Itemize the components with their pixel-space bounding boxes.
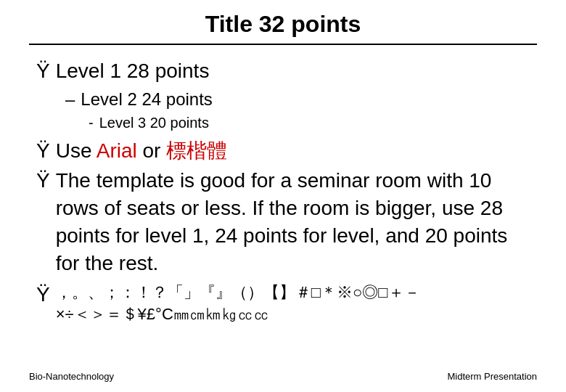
l1-text: Level 1 28 points (56, 58, 210, 84)
footer-left: Bio-Nanotechnology (29, 371, 114, 382)
template-text: The template is good for a seminar room … (56, 167, 530, 277)
symbols-line2: ×÷＜＞＝＄¥£°C㎜㎝㎞㎏㏄㏄ (56, 305, 269, 323)
bullet-symbol-l2: – (65, 88, 75, 110)
use-bullet-symbol: Ÿ (36, 138, 50, 164)
title-section: Title 32 points (29, 10, 537, 45)
footer: Bio-Nanotechnology Midterm Presentation (29, 371, 537, 382)
use-static-prefix: Use Arial or 標楷體 (56, 138, 228, 164)
bullet-symbol-l1: Ÿ (36, 58, 50, 84)
template-bullet-symbol: Ÿ (36, 167, 50, 195)
chinese-text: 標楷體 (166, 139, 227, 162)
arial-text: Arial (97, 139, 137, 162)
symbols-line1: ，。、；：！？「」『』（）【】＃□＊※○◎□＋－ (56, 283, 420, 301)
l3-text: Level 3 20 points (99, 113, 209, 132)
content-area: Ÿ Level 1 28 points – Level 2 24 points … (29, 58, 537, 326)
use-or: or (137, 139, 166, 162)
bullet-symbol-l3: - (89, 113, 94, 132)
symbols-line-row: Ÿ ，。、；：！？「」『』（）【】＃□＊※○◎□＋－ ×÷＜＞＝＄¥£°C㎜㎝㎞… (36, 282, 530, 327)
l2-text: Level 2 24 points (81, 88, 212, 110)
symbols-bullet-symbol: Ÿ (36, 282, 50, 308)
use-arial-line: Ÿ Use Arial or 標楷體 (36, 138, 530, 164)
slide-title: Title 32 points (205, 11, 361, 37)
footer-right: Midterm Presentation (447, 371, 537, 382)
symbols-text: ，。、；：！？「」『』（）【】＃□＊※○◎□＋－ ×÷＜＞＝＄¥£°C㎜㎝㎞㎏㏄… (56, 282, 420, 327)
slide-container: Title 32 points Ÿ Level 1 28 points – Le… (0, 0, 566, 392)
bullet-l2-level2: – Level 2 24 points (65, 88, 530, 110)
bullet-l1-level1: Ÿ Level 1 28 points (36, 58, 530, 84)
template-line: Ÿ The template is good for a seminar roo… (36, 167, 530, 277)
bullet-l3-level3: - Level 3 20 points (89, 113, 530, 132)
